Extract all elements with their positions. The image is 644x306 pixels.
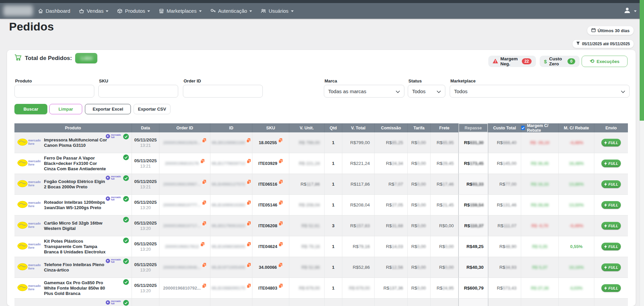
cell-mpct: 16,48% (559, 153, 594, 174)
exportar-excel-button[interactable]: Exportar Excel (85, 104, 131, 114)
buscar-button[interactable]: Buscar (14, 104, 47, 114)
column-header-label: Order ID (176, 126, 193, 130)
user-menu[interactable] (624, 3, 637, 19)
column-header-label: Qtd (330, 126, 337, 130)
copy-icon[interactable] (247, 159, 251, 165)
margem-negativa-chip[interactable]: Margem Neg. 22 (488, 56, 536, 67)
copy-icon[interactable] (202, 200, 206, 206)
listing-id-value: MLB1690610283 (211, 202, 245, 207)
dollar-icon: $ (544, 59, 547, 64)
copy-icon[interactable] (247, 180, 251, 185)
copy-icon[interactable] (200, 242, 205, 248)
column-header-label: Custo Total (493, 126, 516, 130)
copy-icon[interactable] (279, 180, 283, 185)
status-filter-label: Status (408, 78, 422, 83)
cell-tarifa: R$ 0,00 (408, 257, 431, 278)
order-id-value: 20000196810176 (165, 161, 199, 166)
orderid-filter-label: Order ID (184, 78, 201, 83)
cell-custo: R$ 666,40 (488, 132, 521, 153)
execucoes-button[interactable]: ⟲ Execuções (582, 56, 628, 67)
chevron-down-icon (621, 88, 625, 94)
marca-select[interactable]: Todas as marcas (324, 85, 404, 98)
cell-vunit: R$ 52,61 (289, 216, 325, 236)
copy-icon[interactable] (279, 242, 283, 248)
limpar-button[interactable]: Limpar (49, 104, 82, 114)
app-logo[interactable] (3, 5, 33, 16)
nav-item-marketplaces[interactable]: Marketplaces (159, 8, 201, 14)
copy-icon[interactable] (247, 242, 251, 248)
exportar-csv-button[interactable]: Exportar CSV (134, 104, 170, 114)
copy-icon[interactable] (202, 221, 206, 227)
svg-text:mercado: mercado (28, 180, 41, 184)
marca-filter-label: Marca (325, 78, 337, 83)
margem-rebate-value: R$ 5,37 (532, 265, 548, 270)
nav-item-usuarios[interactable]: Usuários (261, 8, 293, 14)
cell-id: MLB1971005406 (210, 257, 252, 278)
margem-pct-value: 13,50% (569, 202, 584, 207)
column-header-tarifa: Tarifa (408, 123, 431, 132)
nav-item-dashboard[interactable]: Dashboard (38, 8, 70, 14)
cell-repasse: R$ 40,30 (458, 257, 488, 278)
cell-order (159, 299, 210, 306)
copy-icon[interactable] (279, 159, 283, 165)
table-row: mercadofull (14, 299, 628, 306)
margem-pct-value: 16,48% (569, 161, 584, 166)
status-select[interactable]: Todos (408, 85, 445, 98)
copy-icon[interactable] (247, 284, 251, 289)
column-header-date: Data (132, 123, 159, 132)
cell-date: 05/11/202513:20 (132, 216, 159, 236)
copy-icon[interactable] (202, 263, 206, 268)
nav-item-autenticacao[interactable]: Autenticação (210, 8, 252, 14)
date-range-filter[interactable]: 05/11/2025 até 05/11/2025 (573, 40, 634, 48)
custo-zero-chip[interactable]: $ Custo Zero 0 (540, 56, 580, 67)
cell-mpct: 0,55% (559, 236, 594, 257)
table-header-row: ProdutoDataOrder IDIDSKUV. Unit.QtdV. To… (14, 123, 628, 132)
copy-icon[interactable] (247, 263, 251, 268)
copy-icon[interactable] (202, 284, 206, 289)
order-date: 05/11/2025 (134, 283, 157, 288)
cell-comissao: R$ 31,68 (375, 216, 408, 236)
cell-envio: FULL (594, 257, 628, 278)
copy-icon[interactable] (278, 138, 283, 144)
cell-mpct: -0,49% (559, 216, 594, 236)
envio-full-badge: FULL (601, 284, 621, 292)
period-button[interactable]: Últimos 30 dias (587, 26, 634, 35)
app-root: Dashboard Vendas Produtos Marketplaces A… (0, 0, 644, 306)
nav-item-vendas[interactable]: Vendas (79, 8, 108, 14)
envio-full-badge: FULL (601, 243, 621, 250)
cell-id: MLB5179061023 (210, 216, 252, 236)
marketplace-select[interactable]: Todos (450, 85, 630, 98)
cell-id (210, 299, 252, 306)
produto-input[interactable] (14, 85, 94, 98)
cell-frete: R$ 29,45 (431, 153, 458, 174)
page-scrollbar-thumb[interactable] (640, 0, 644, 121)
margem-checkbox[interactable] (521, 126, 525, 130)
cell-sku: ITE03929 (252, 153, 289, 174)
copy-icon[interactable] (247, 221, 251, 227)
page-title: Pedidos (9, 20, 54, 33)
cell-sku (252, 299, 289, 306)
column-header-product: Produto (14, 123, 132, 132)
orderid-input[interactable] (183, 85, 263, 98)
copy-icon[interactable] (279, 200, 283, 206)
copy-icon[interactable] (200, 159, 205, 165)
cell-custo: R$ 77,00 (488, 174, 521, 194)
sku-input[interactable] (98, 85, 178, 98)
svg-text:livre: livre (28, 288, 35, 291)
copy-icon[interactable] (202, 180, 206, 185)
nav-item-produtos[interactable]: Produtos (117, 8, 150, 14)
cell-custo (488, 299, 521, 306)
copy-icon[interactable] (247, 200, 251, 206)
copy-icon[interactable] (202, 138, 206, 144)
margem-rebate-value: R$ -0,70 (532, 223, 548, 228)
copy-icon[interactable] (246, 138, 251, 144)
cell-vunit: R$ 208,04 (289, 195, 325, 215)
copy-icon[interactable] (279, 221, 283, 227)
copy-icon[interactable] (278, 263, 283, 268)
table-row: mercadolivreFerro De Passar A Vapor Blac… (14, 153, 628, 174)
copy-icon[interactable] (279, 284, 283, 289)
nav-menu: Dashboard Vendas Produtos Marketplaces A… (38, 3, 294, 19)
cell-vtotal: R$ 221,24 (342, 153, 375, 174)
cell-envio: FULL (594, 195, 628, 215)
status-check-icon (123, 134, 129, 140)
